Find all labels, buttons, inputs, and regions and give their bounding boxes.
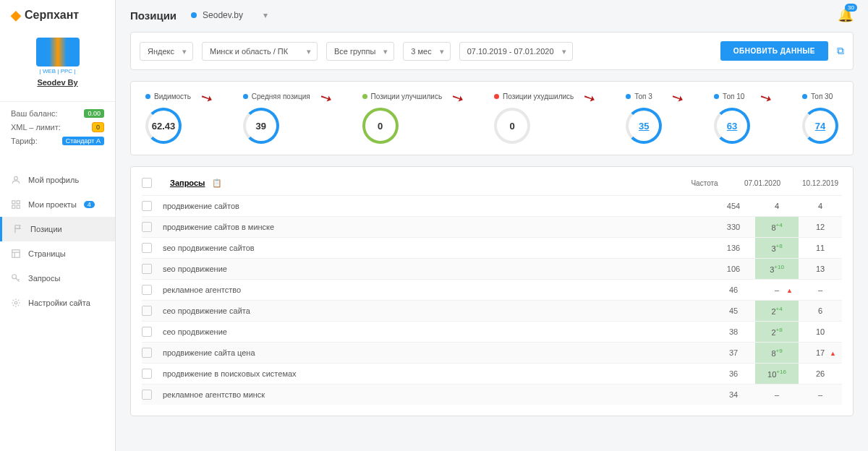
notifications-button[interactable]: 🔔 30 bbox=[838, 7, 854, 23]
metric-ring: 62.43 bbox=[145, 108, 182, 144]
xml-limit-label: XML – лимит: bbox=[11, 123, 61, 132]
table-row[interactable]: рекламное агентство минск 34 – – bbox=[142, 384, 842, 405]
row-checkbox[interactable] bbox=[142, 390, 152, 400]
nav-projects[interactable]: Мои проекты 4 bbox=[0, 192, 115, 217]
nav-positions[interactable]: Позиции bbox=[0, 217, 115, 241]
nav-queries[interactable]: Запросы bbox=[0, 266, 115, 291]
tariff-value: Стандарт А bbox=[62, 137, 104, 145]
cell-pos2: 11 bbox=[799, 244, 842, 252]
nav-settings[interactable]: Настройки сайта bbox=[0, 291, 115, 315]
metrics-panel: Видимость➘ 62.43 Средняя позиция➘ 39 Поз… bbox=[130, 81, 854, 155]
page-header: Позиции Seodev.by ▾ 🔔 30 bbox=[130, 7, 854, 23]
metric-dot bbox=[714, 94, 719, 99]
svg-point-8 bbox=[12, 275, 17, 279]
row-checkbox[interactable] bbox=[142, 243, 152, 253]
query-text: seo продвижение bbox=[163, 265, 712, 273]
table-row[interactable]: сео продвижение сайта 45 2+4 6 bbox=[142, 300, 842, 321]
region-select[interactable]: Минск и область / ПК bbox=[202, 42, 318, 61]
metric-label: Позиции улучшились➘ bbox=[362, 93, 443, 100]
metric-ring[interactable]: 74 bbox=[802, 108, 838, 144]
cell-pos1: 2+8 bbox=[755, 322, 799, 342]
nav-pages[interactable]: Страницы bbox=[0, 241, 115, 266]
nav-profile[interactable]: Мой профиль bbox=[0, 168, 115, 192]
metric-ring: 0 bbox=[494, 108, 530, 144]
table-row[interactable]: продвижение сайта цена 37 8+9 17▲ bbox=[142, 342, 842, 363]
engine-select[interactable]: Яндекс bbox=[140, 42, 193, 61]
row-checkbox[interactable] bbox=[142, 348, 152, 358]
metric-dot bbox=[145, 94, 150, 99]
logo-icon: ◆ bbox=[11, 7, 21, 23]
status-dot bbox=[191, 12, 197, 18]
row-checkbox[interactable] bbox=[142, 306, 152, 316]
table-row[interactable]: продвижение сайтов 454 4 4 bbox=[142, 195, 842, 216]
key-icon bbox=[11, 273, 21, 283]
query-text: сео продвижение сайта bbox=[163, 306, 712, 315]
table-row[interactable]: продвижение в поисковых системах 36 10+1… bbox=[142, 363, 842, 384]
nav-label: Мой профиль bbox=[28, 176, 79, 184]
row-checkbox[interactable] bbox=[142, 369, 152, 379]
period-select[interactable]: 3 мес bbox=[403, 42, 450, 61]
copy-icon[interactable]: 📋 bbox=[212, 179, 222, 188]
cell-pos2: 6 bbox=[799, 306, 842, 315]
daterange-select[interactable]: 07.10.2019 - 07.01.2020 bbox=[459, 42, 573, 61]
xml-limit-value: 0 bbox=[92, 122, 104, 132]
cell-pos2: 26 bbox=[799, 369, 842, 378]
metric-dot bbox=[626, 94, 631, 99]
brand-logo[interactable]: ◆ Серпхант bbox=[0, 0, 115, 30]
metric-dot bbox=[494, 94, 499, 99]
group-select[interactable]: Все группы bbox=[326, 42, 394, 61]
row-checkbox[interactable] bbox=[142, 327, 152, 337]
cell-pos2: 17▲ bbox=[799, 348, 842, 357]
metric-2: Позиции улучшились➘ 0 bbox=[362, 93, 443, 144]
nav-label: Мои проекты bbox=[28, 200, 77, 209]
projects-count: 4 bbox=[84, 201, 95, 208]
row-checkbox[interactable] bbox=[142, 201, 152, 211]
metric-3: Позиции ухудшились➘ 0 bbox=[494, 93, 574, 144]
query-text: продвижение в поисковых системах bbox=[163, 369, 712, 378]
brand-text: Серпхант bbox=[25, 9, 79, 22]
col-date2[interactable]: 10.12.2019 bbox=[799, 179, 842, 187]
select-all-checkbox[interactable] bbox=[142, 178, 152, 188]
metric-5: Топ 10➘ 63 bbox=[714, 93, 750, 144]
metric-ring[interactable]: 63 bbox=[714, 108, 750, 144]
metric-label: Видимость➘ bbox=[145, 93, 191, 100]
arrow-icon: ➘ bbox=[757, 87, 775, 108]
query-text: рекламное агентство минск bbox=[163, 390, 712, 399]
nav-label: Позиции bbox=[30, 225, 62, 233]
svg-rect-3 bbox=[12, 205, 15, 208]
table-row[interactable]: рекламное агентство 46 –▲ – bbox=[142, 279, 842, 300]
chevron-down-icon: ▾ bbox=[263, 10, 268, 20]
row-checkbox[interactable] bbox=[142, 264, 152, 274]
project-select[interactable]: Seodev.by ▾ bbox=[191, 10, 268, 20]
query-text: рекламное агентство bbox=[163, 285, 712, 294]
project-name: Seodev.by bbox=[203, 10, 243, 20]
metric-dot bbox=[362, 94, 367, 99]
flag-icon bbox=[13, 224, 23, 234]
table-row[interactable]: продвижение сайтов в минске 330 8+4 12 bbox=[142, 216, 842, 237]
arrow-icon: ➘ bbox=[580, 87, 599, 108]
metric-6: Топ 30 74 bbox=[802, 93, 838, 144]
table-row[interactable]: seo продвижение сайтов 136 3+8 11 bbox=[142, 237, 842, 258]
external-link-icon[interactable]: ⧉ bbox=[837, 45, 844, 57]
cell-freq: 45 bbox=[712, 306, 755, 315]
table-row[interactable]: сео продвижение 38 2+8 10 bbox=[142, 321, 842, 342]
table-row[interactable]: seo продвижение 106 3+10 13 bbox=[142, 258, 842, 279]
update-button[interactable]: ОБНОВИТЬ ДАННЫЕ bbox=[720, 41, 828, 61]
metric-1: Средняя позиция➘ 39 bbox=[243, 93, 310, 144]
row-checkbox[interactable] bbox=[142, 285, 152, 295]
balance-label: Ваш баланс: bbox=[11, 109, 58, 118]
warn-icon: ▲ bbox=[786, 287, 793, 294]
cell-pos1: 3+10 bbox=[755, 259, 799, 279]
metric-ring[interactable]: 35 bbox=[626, 108, 662, 144]
queries-header[interactable]: Запросы bbox=[170, 179, 205, 187]
metric-ring: 0 bbox=[362, 108, 399, 144]
col-frequency[interactable]: Частота bbox=[683, 179, 726, 187]
profile-block: | WEB | PPC | Seodev By bbox=[0, 30, 115, 94]
tariff-label: Тариф: bbox=[11, 137, 38, 145]
col-date1[interactable]: 07.01.2020 bbox=[741, 179, 784, 187]
row-checkbox[interactable] bbox=[142, 222, 152, 232]
arrow-icon: ➘ bbox=[316, 87, 335, 108]
layout-icon bbox=[11, 249, 21, 259]
svg-rect-1 bbox=[12, 201, 15, 204]
profile-name[interactable]: Seodev By bbox=[7, 78, 108, 87]
